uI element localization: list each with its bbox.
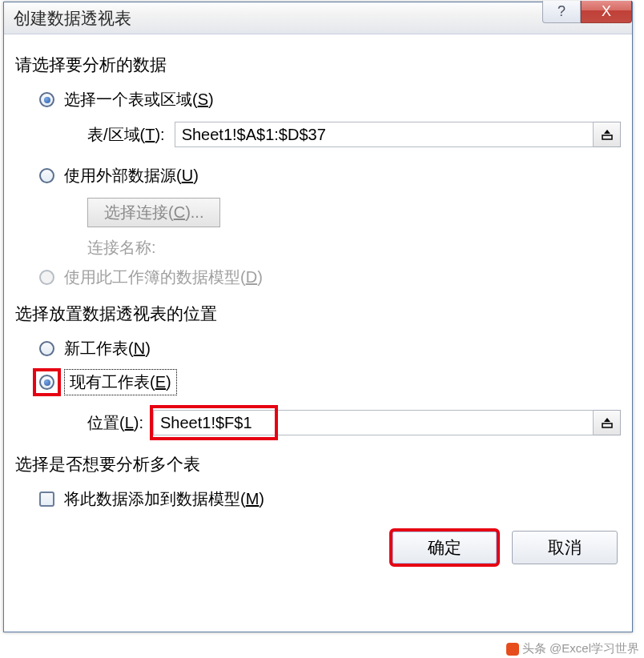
section1-title: 请选择要分析的数据 xyxy=(15,54,621,76)
close-button[interactable]: X xyxy=(581,1,632,23)
attribution-text: 头条 @Excel学习世界 xyxy=(522,641,639,656)
range-picker-button[interactable] xyxy=(594,122,621,147)
radio-label: 现有工作表(E) xyxy=(64,369,177,395)
collapse-icon xyxy=(601,416,614,429)
radio-icon xyxy=(39,341,54,356)
radio-new-sheet[interactable]: 新工作表(N) xyxy=(39,338,621,359)
checkbox-add-to-model[interactable]: 将此数据添加到数据模型(M) xyxy=(39,488,621,510)
range-label: 表/区域(T): xyxy=(87,124,165,146)
svg-rect-0 xyxy=(602,135,612,139)
radio-icon xyxy=(39,92,54,107)
title-text: 创建数据透视表 xyxy=(4,7,131,30)
radio-label: 选择一个表或区域(S) xyxy=(64,89,214,110)
choose-connection-row: 选择连接(C)... xyxy=(87,198,621,227)
range-input[interactable] xyxy=(175,122,594,147)
choose-connection-button: 选择连接(C)... xyxy=(87,198,220,227)
radio-label: 使用此工作簿的数据模型(D) xyxy=(64,267,263,288)
action-row: 确定 取消 xyxy=(15,531,621,564)
radio-existing-sheet[interactable]: 现有工作表(E) xyxy=(39,369,621,395)
titlebar[interactable]: 创建数据透视表 ? X xyxy=(4,2,632,34)
help-button[interactable]: ? xyxy=(542,1,581,23)
ok-button[interactable]: 确定 xyxy=(392,531,497,564)
section3-title: 选择是否想要分析多个表 xyxy=(15,453,621,475)
table-range-row: 表/区域(T): xyxy=(87,122,621,147)
location-input[interactable] xyxy=(153,410,594,435)
section2-title: 选择放置数据透视表的位置 xyxy=(15,303,621,325)
radio-label: 使用外部数据源(U) xyxy=(64,165,199,187)
svg-rect-1 xyxy=(602,423,612,427)
radio-select-table-range[interactable]: 选择一个表或区域(S) xyxy=(39,89,621,110)
location-row: 位置(L): xyxy=(87,410,621,435)
radio-icon xyxy=(39,270,54,285)
radio-icon xyxy=(39,375,54,390)
connection-name-label: 连接名称: xyxy=(87,237,156,259)
radio-label: 新工作表(N) xyxy=(64,338,151,359)
location-label: 位置(L): xyxy=(87,412,143,434)
location-picker-button[interactable] xyxy=(594,410,621,435)
collapse-icon xyxy=(601,128,614,141)
checkbox-icon xyxy=(39,491,54,507)
connection-name-row: 连接名称: xyxy=(87,237,621,259)
radio-icon xyxy=(39,168,54,183)
dialog-body: 请选择要分析的数据 选择一个表或区域(S) 表/区域(T): 使用外部数据源(U… xyxy=(4,34,632,576)
location-input-wrap xyxy=(153,410,621,435)
titlebar-buttons: ? X xyxy=(542,1,632,23)
pivot-dialog: 创建数据透视表 ? X 请选择要分析的数据 选择一个表或区域(S) 表/区域(T… xyxy=(3,2,633,632)
close-icon: X xyxy=(602,3,611,20)
range-input-wrap xyxy=(175,122,621,147)
cancel-button[interactable]: 取消 xyxy=(512,531,618,564)
radio-data-model: 使用此工作簿的数据模型(D) xyxy=(39,267,621,288)
checkbox-label: 将此数据添加到数据模型(M) xyxy=(64,488,264,510)
attribution: 头条 @Excel学习世界 xyxy=(506,641,639,656)
help-icon: ? xyxy=(557,3,566,20)
radio-external-source[interactable]: 使用外部数据源(U) xyxy=(39,165,621,187)
source-icon xyxy=(506,643,519,656)
